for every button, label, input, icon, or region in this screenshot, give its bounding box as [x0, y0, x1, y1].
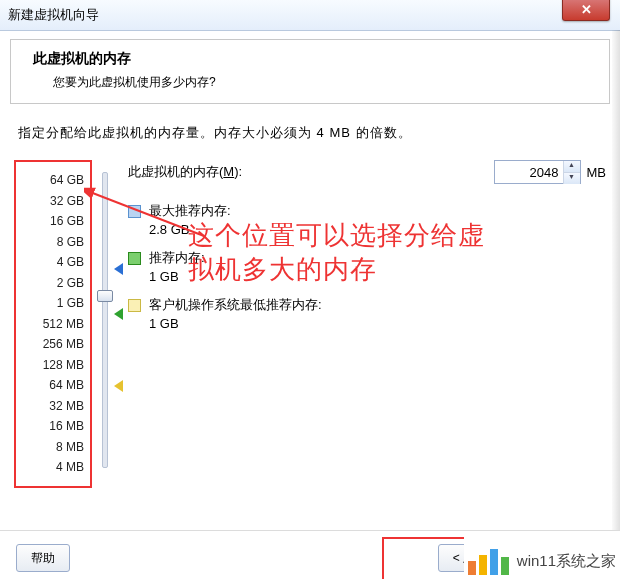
memory-unit: MB	[587, 165, 607, 180]
scale-label: 64 MB	[20, 375, 84, 396]
memory-info-column: 此虚拟机的内存(M): ▲ ▼ MB 最大推荐内存:	[128, 160, 606, 488]
max-marker-icon	[114, 263, 123, 275]
min-value: 1 GB	[149, 316, 606, 331]
memory-input-label: 此虚拟机的内存(M):	[128, 163, 494, 181]
min-square-icon	[128, 299, 141, 312]
max-square-icon	[128, 205, 141, 218]
memory-input[interactable]	[495, 162, 563, 182]
scale-label: 32 GB	[20, 191, 84, 212]
watermark: win11系统之家	[464, 537, 616, 585]
memory-scale-column: 64 GB 32 GB 16 GB 8 GB 4 GB 2 GB 1 GB 51…	[14, 160, 92, 488]
scale-label: 16 MB	[20, 416, 84, 437]
wizard-header: 此虚拟机的内存 您要为此虚拟机使用多少内存?	[10, 39, 610, 104]
scale-label: 1 GB	[20, 293, 84, 314]
help-button[interactable]: 帮助	[16, 544, 70, 572]
scale-label: 8 MB	[20, 437, 84, 458]
recommendation-max: 最大推荐内存: 2.8 GB 推荐内存: 1 GB 客户机操作系统最低推荐内存:…	[128, 202, 606, 331]
scale-label: 512 MB	[20, 314, 84, 335]
watermark-logo-icon	[468, 547, 509, 575]
watermark-text: win11系统之家	[517, 552, 616, 571]
memory-slider-track[interactable]	[102, 172, 108, 468]
max-label: 最大推荐内存:	[149, 202, 231, 220]
max-value: 2.8 GB	[149, 222, 606, 237]
memory-input-row: 此虚拟机的内存(M): ▲ ▼ MB	[128, 160, 606, 184]
scale-label: 128 MB	[20, 355, 84, 376]
scale-label: 2 GB	[20, 273, 84, 294]
scale-label: 8 GB	[20, 232, 84, 253]
memory-slider-thumb[interactable]	[97, 290, 113, 302]
spinner-up-button[interactable]: ▲	[564, 161, 580, 173]
scale-label: 32 MB	[20, 396, 84, 417]
memory-scale-box: 64 GB 32 GB 16 GB 8 GB 4 GB 2 GB 1 GB 51…	[14, 160, 92, 488]
memory-content: 64 GB 32 GB 16 GB 8 GB 4 GB 2 GB 1 GB 51…	[14, 160, 606, 488]
rec-label: 推荐内存:	[149, 249, 205, 267]
spinner-buttons: ▲ ▼	[563, 161, 580, 184]
scale-label: 256 MB	[20, 334, 84, 355]
scale-label: 16 GB	[20, 211, 84, 232]
rec-value: 1 GB	[149, 269, 606, 284]
rec-square-icon	[128, 252, 141, 265]
min-marker-icon	[114, 380, 123, 392]
scale-label: 4 GB	[20, 252, 84, 273]
wizard-body: 指定分配给此虚拟机的内存量。内存大小必须为 4 MB 的倍数。 64 GB 32…	[0, 104, 620, 488]
header-title: 此虚拟机的内存	[33, 50, 593, 68]
scale-label: 64 GB	[20, 170, 84, 191]
close-button[interactable]: ✕	[562, 0, 610, 21]
window-title: 新建虚拟机向导	[8, 6, 99, 24]
window-right-shadow	[612, 30, 620, 531]
scale-label: 4 MB	[20, 457, 84, 478]
titlebar: 新建虚拟机向导 ✕	[0, 0, 620, 31]
wizard-window: 新建虚拟机向导 ✕ 此虚拟机的内存 您要为此虚拟机使用多少内存? 指定分配给此虚…	[0, 0, 620, 585]
close-icon: ✕	[581, 2, 592, 17]
rec-marker-icon	[114, 308, 123, 320]
min-label: 客户机操作系统最低推荐内存:	[149, 296, 322, 314]
header-subtitle: 您要为此虚拟机使用多少内存?	[53, 74, 593, 91]
spinner-down-button[interactable]: ▼	[564, 173, 580, 184]
memory-slider-column	[92, 160, 128, 488]
memory-spinner: ▲ ▼	[494, 160, 581, 184]
instruction-text: 指定分配给此虚拟机的内存量。内存大小必须为 4 MB 的倍数。	[18, 124, 602, 142]
